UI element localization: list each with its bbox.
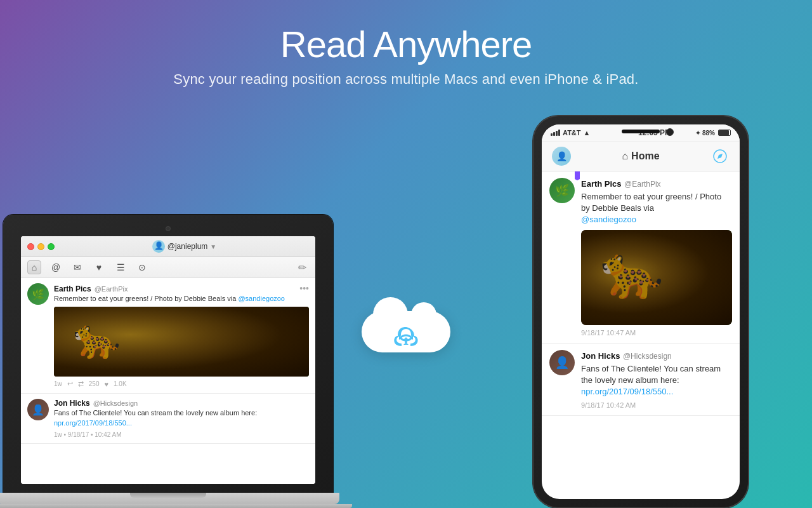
phone-tweet-2-avatar: 👤 <box>549 350 575 375</box>
tweet-1-header: Earth Pics @EarthPix ••• <box>54 283 309 293</box>
phone-tweet-2-body: Jon Hicks @Hicksdesign Fans of The Clien… <box>581 350 732 410</box>
tweet-1-retweet-icon[interactable]: ⇄ <box>78 380 84 388</box>
phone-tweet-1: 🌿 Earth Pics @EarthPix Remember to eat y… <box>542 171 740 344</box>
signal-bar-3 <box>556 131 558 136</box>
battery-percent: 88% <box>702 130 715 137</box>
bluetooth-icon: ✦ <box>695 130 700 137</box>
laptop-screen-bezel: @janieplum ▼ ⌂ @ ✉ ♥ ☰ ⊙ ✏ <box>3 215 333 493</box>
phone-tweet-1-text: Remember to eat your greens! / Photo by … <box>581 191 732 226</box>
tweet-1-more[interactable]: ••• <box>299 283 309 293</box>
traffic-lights <box>27 243 55 250</box>
phone-status-bar: AT&T ▲ 12:05 PM ✦ 88% <box>542 124 740 142</box>
phone-nav-bar: 👤 ⌂ Home <box>542 142 740 171</box>
phone-carrier: AT&T <box>563 129 581 137</box>
tweet-2-handle: @Hicksdesign <box>93 399 138 407</box>
tweet-2-avatar: 👤 <box>27 399 49 420</box>
tweet-1-text: Remember to eat your greens! / Photo by … <box>54 294 309 304</box>
mac-user-display: @janieplum ▼ <box>152 240 216 253</box>
tweet-1-like-icon[interactable]: ♥ <box>104 380 108 388</box>
phone-tweet-2-name: Jon Hicks <box>581 351 620 361</box>
mac-content-area: 🌿 Earth Pics @EarthPix ••• Remember to e… <box>21 278 315 484</box>
phone-tweet-1-header: Earth Pics @EarthPix <box>581 178 732 189</box>
toolbar-lists-icon[interactable]: ☰ <box>114 260 128 274</box>
phone-battery: ✦ 88% <box>695 130 731 137</box>
phone-screen: AT&T ▲ 12:05 PM ✦ 88% 👤 ⌂ <box>542 124 740 499</box>
tweet-1-retweet-count: 250 <box>89 380 100 387</box>
tweet-1-name: Earth Pics <box>54 284 91 293</box>
mac-toolbar: ⌂ @ ✉ ♥ ☰ ⊙ ✏ <box>21 257 315 278</box>
phone-compose-button[interactable] <box>710 147 730 166</box>
toolbar-home-icon[interactable]: ⌂ <box>27 260 41 274</box>
tweet-1-avatar: 🌿 <box>27 283 49 305</box>
phone-tweet-2-link[interactable]: npr.org/2017/09/18/550... <box>581 387 673 396</box>
laptop-device: @janieplum ▼ ⌂ @ ✉ ♥ ☰ ⊙ ✏ <box>0 215 355 508</box>
phone-tweet-2-time: 9/18/17 10:42 AM <box>581 401 732 409</box>
tweet-1-handle: @EarthPix <box>95 285 128 293</box>
toolbar-mentions-icon[interactable]: @ <box>49 260 63 274</box>
cloud-sync-icon <box>349 283 463 371</box>
tweet-item-2: 👤 Jon Hicks @Hicksdesign Fans of The Cli… <box>21 394 315 444</box>
signal-bar-4 <box>558 130 560 136</box>
phone-content: 🌿 Earth Pics @EarthPix Remember to eat y… <box>542 171 740 416</box>
tweet-2-actions: 1w • 9/18/17 • 10:42 AM <box>54 431 309 438</box>
toolbar-messages-icon[interactable]: ✉ <box>70 260 84 274</box>
tweet-1-time: 1w <box>54 380 62 387</box>
wifi-icon: ▲ <box>584 129 591 137</box>
phone-tweet-1-image <box>581 230 732 325</box>
phone-tweet-1-avatar: 🌿 <box>549 178 575 203</box>
signal-bar-2 <box>553 132 555 136</box>
phone-tweet-2-handle: @Hicksdesign <box>623 352 672 361</box>
phone-time: 12:05 PM <box>638 128 671 137</box>
tweet-1-body: Earth Pics @EarthPix ••• Remember to eat… <box>54 283 309 388</box>
close-button[interactable] <box>27 243 34 250</box>
signal-bar-1 <box>551 133 553 136</box>
content-area: @janieplum ▼ ⌂ @ ✉ ♥ ☰ ⊙ ✏ <box>0 108 812 508</box>
sync-arrow-icon <box>390 322 422 360</box>
laptop-body: @janieplum ▼ ⌂ @ ✉ ♥ ☰ ⊙ ✏ <box>0 215 355 508</box>
phone-tweet-1-handle: @EarthPix <box>624 180 661 189</box>
home-nav-icon: ⌂ <box>622 150 628 162</box>
main-subtitle: Sync your reading position across multip… <box>0 71 812 88</box>
laptop-foot <box>0 504 352 508</box>
phone-nav-title: ⌂ Home <box>622 150 659 162</box>
toolbar-favorites-icon[interactable]: ♥ <box>92 260 106 274</box>
battery-icon <box>718 130 731 136</box>
phone-user-avatar[interactable]: 👤 <box>552 147 571 166</box>
mac-dropdown-icon: ▼ <box>210 243 216 250</box>
tweet-2-link[interactable]: npr.org/2017/09/18/550... <box>54 419 132 427</box>
minimize-button[interactable] <box>37 243 44 250</box>
tweet-1-link[interactable]: @sandiegozoo <box>238 295 285 302</box>
mac-app-window: @janieplum ▼ ⌂ @ ✉ ♥ ☰ ⊙ ✏ <box>21 236 315 484</box>
mac-titlebar: @janieplum ▼ <box>21 236 315 257</box>
header-section: Read Anywhere Sync your reading position… <box>0 0 812 88</box>
phone-tweet-2-text: Fans of The Clientele! You can stream th… <box>581 363 732 398</box>
phone-tweet-1-time: 9/18/17 10:47 AM <box>581 329 732 337</box>
laptop-screen: @janieplum ▼ ⌂ @ ✉ ♥ ☰ ⊙ ✏ <box>21 236 315 484</box>
mac-username: @janieplum <box>167 242 208 251</box>
phone-tweet-1-body: Earth Pics @EarthPix Remember to eat you… <box>581 178 732 337</box>
toolbar-compose-icon[interactable]: ✏ <box>295 260 309 274</box>
maximize-button[interactable] <box>48 243 55 250</box>
phone-tweet-1-name: Earth Pics <box>581 179 622 189</box>
tweet-1-reply-icon[interactable]: ↩ <box>67 380 73 388</box>
signal-bars <box>551 130 560 136</box>
phone-tweet-2-header: Jon Hicks @Hicksdesign <box>581 350 732 361</box>
cloud-icon <box>355 289 457 365</box>
bookmark-icon <box>575 171 580 180</box>
laptop-camera <box>166 226 171 231</box>
main-title: Read Anywhere <box>0 24 812 65</box>
phone-tweet-2: 👤 Jon Hicks @Hicksdesign Fans of The Cli… <box>542 344 740 417</box>
mac-user-avatar <box>152 240 165 253</box>
tweet-2-header: Jon Hicks @Hicksdesign <box>54 399 309 408</box>
tweet-1-image <box>54 307 309 377</box>
toolbar-search-icon[interactable]: ⊙ <box>135 260 149 274</box>
phone-body: AT&T ▲ 12:05 PM ✦ 88% 👤 ⌂ <box>533 116 749 508</box>
tweet-2-name: Jon Hicks <box>54 399 90 408</box>
laptop-base <box>0 493 339 504</box>
phone-tweet-1-link[interactable]: @sandiegozoo <box>581 215 636 224</box>
tweet-2-body: Jon Hicks @Hicksdesign Fans of The Clien… <box>54 399 309 438</box>
tweet-1-like-count: 1.0K <box>114 380 127 387</box>
tweet-2-time: 1w • 9/18/17 • 10:42 AM <box>54 431 122 438</box>
tweet-item-1: 🌿 Earth Pics @EarthPix ••• Remember to e… <box>21 278 315 394</box>
tweet-2-text: Fans of The Clientele! You can stream th… <box>54 408 309 428</box>
